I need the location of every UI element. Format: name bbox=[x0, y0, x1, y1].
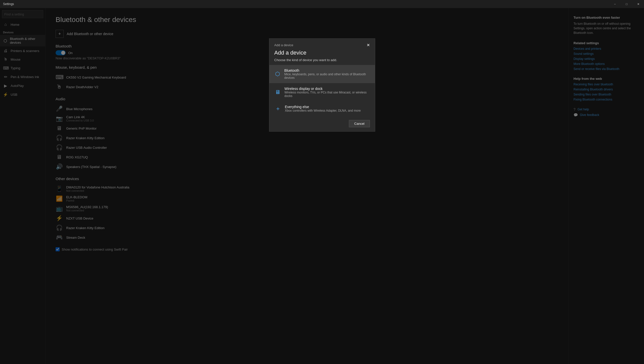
modal-option-wireless-desc: Wireless monitors, TVs, or PCs that use … bbox=[284, 91, 370, 98]
modal-option-other-desc: Xbox controllers with Wireless Adapter, … bbox=[285, 109, 361, 112]
modal-option-other-title: Everything else bbox=[285, 105, 361, 109]
modal-overlay: Add a device ✕ Add a device Choose the k… bbox=[0, 8, 644, 364]
modal-option-wireless[interactable]: 🖥 Wireless display or dock Wireless moni… bbox=[269, 83, 375, 101]
modal-subtitle: Choose the kind of device you want to ad… bbox=[269, 58, 375, 65]
minimize-button[interactable]: − bbox=[609, 0, 621, 8]
modal-header: Add a device ✕ bbox=[269, 39, 375, 47]
modal-option-bluetooth-desc: Mice, keyboards, pens, or audio and othe… bbox=[284, 72, 370, 80]
modal-option-wireless-title: Wireless display or dock bbox=[284, 87, 370, 91]
modal-close-button[interactable]: ✕ bbox=[367, 43, 370, 47]
modal-bluetooth-icon: ⬡ bbox=[274, 71, 281, 77]
titlebar: Settings − □ ✕ bbox=[0, 0, 644, 8]
titlebar-title: Settings bbox=[3, 2, 14, 6]
modal-header-text: Add a device bbox=[274, 43, 293, 47]
modal-option-bluetooth-title: Bluetooth bbox=[284, 68, 370, 72]
close-button[interactable]: ✕ bbox=[632, 0, 644, 8]
modal-footer: Cancel bbox=[269, 116, 375, 131]
modal-wireless-icon: 🖥 bbox=[274, 89, 281, 95]
modal-title: Add a device bbox=[269, 47, 375, 58]
add-device-modal: Add a device ✕ Add a device Choose the k… bbox=[269, 38, 375, 132]
modal-option-other[interactable]: ＋ Everything else Xbox controllers with … bbox=[269, 101, 375, 116]
modal-option-bluetooth[interactable]: ⬡ Bluetooth Mice, keyboards, pens, or au… bbox=[269, 65, 375, 83]
modal-other-icon: ＋ bbox=[274, 105, 281, 112]
titlebar-controls: − □ ✕ bbox=[609, 0, 644, 8]
cancel-button[interactable]: Cancel bbox=[349, 120, 370, 127]
maximize-button[interactable]: □ bbox=[621, 0, 632, 8]
